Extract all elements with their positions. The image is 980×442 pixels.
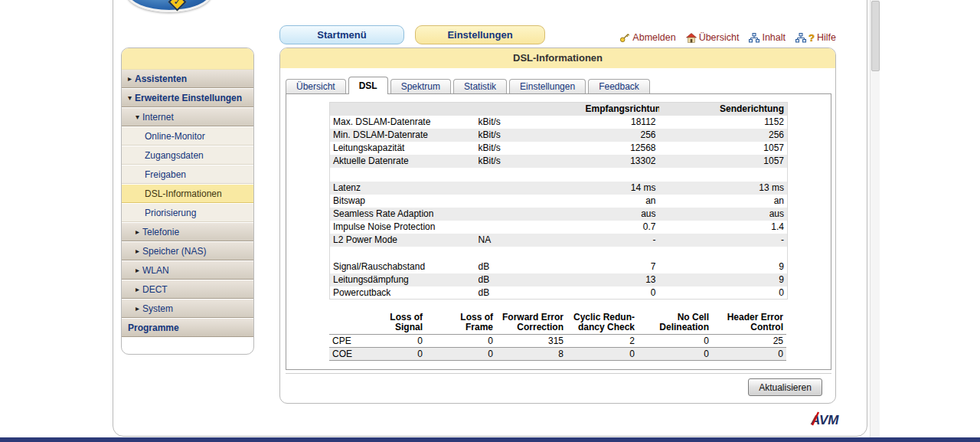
error-cell-value: 8: [496, 348, 567, 361]
dsl-row-downstream-value: an: [583, 195, 659, 208]
sidebar-item-label: Priorisierung: [145, 208, 196, 218]
dsl-row-upstream-value: 1.4: [659, 221, 788, 234]
sidebar-item-label: DSL-Informationen: [145, 188, 222, 199]
dsl-row-unit: kBit/s: [475, 129, 583, 142]
einstellungen-button[interactable]: Einstellungen: [415, 25, 545, 44]
dsl-row-unit: [475, 195, 583, 208]
error-counter-table: Loss of SignalLoss of FrameForward Error…: [329, 313, 786, 361]
chevron-right-icon: ▸: [136, 304, 139, 313]
error-column-header: No Cell Delineation: [638, 313, 712, 335]
tab-spektrum[interactable]: Spektrum: [390, 79, 451, 93]
dsl-table-row: LeitungsdämpfungdB139: [330, 273, 788, 286]
error-cell-value: 0: [712, 348, 786, 361]
error-table-row: CPE003152025: [329, 335, 786, 348]
error-column-header: Cyclic Redun- dancy Check: [567, 313, 638, 335]
dsl-table-row: PowercutbackdB00: [330, 286, 788, 300]
main-content: DSL-Informationen ÜbersichtDSLSpektrumSt…: [279, 47, 836, 404]
error-column-header: Header Error Control: [712, 313, 786, 335]
sidebar-item-priorisierung[interactable]: Priorisierung: [122, 204, 253, 222]
help-link[interactable]: ? Hilfe: [795, 32, 836, 44]
dsl-row-label: Max. DSLAM-Datenrate: [330, 116, 475, 129]
dsl-table-spacer: [330, 168, 788, 182]
sidebar-item-system[interactable]: ▸System: [122, 300, 253, 318]
dsl-row-upstream-value: 1057: [659, 155, 788, 168]
error-cell-value: 2: [567, 335, 638, 348]
chevron-down-icon: ▾: [128, 93, 132, 102]
dsl-row-label: Leitungskapazität: [330, 142, 475, 155]
sidebar-item-telefonie[interactable]: ▸Telefonie: [122, 223, 253, 241]
avm-logo: AVM: [810, 410, 842, 430]
logout-link[interactable]: Abmelden: [619, 32, 675, 43]
dsl-row-downstream-value: 14 ms: [583, 182, 659, 195]
sidebar-item-dsl-informationen[interactable]: DSL-Informationen: [122, 185, 253, 203]
dsl-table-header-row: EmpfangsrichtungSenderichtung: [330, 103, 788, 116]
dsl-table-spacer: [330, 247, 788, 260]
dsl-row-label: Leitungsdämpfung: [330, 273, 475, 286]
sidebar-item-label: System: [142, 303, 173, 314]
help-label: Hilfe: [817, 32, 836, 43]
dsl-row-label: L2 Power Mode: [330, 234, 475, 247]
scrollbar-track[interactable]: [870, 0, 880, 437]
error-table-row: COE008000: [329, 348, 786, 361]
tab-feedback[interactable]: Feedback: [588, 79, 650, 93]
sidebar-item-programme[interactable]: Programme: [122, 319, 253, 337]
dsl-row-unit: dB: [475, 260, 583, 273]
sidebar-item-label: Erweiterte Einstellungen: [135, 93, 242, 103]
sidebar-item-label: Internet: [142, 112, 174, 123]
sidebar-item-label: Freigaben: [145, 169, 186, 180]
dsl-row-unit: kBit/s: [475, 155, 583, 168]
window-bottom-edge: [0, 437, 980, 442]
dsl-table-row: Aktuelle DatenratekBit/s133021057: [330, 155, 788, 168]
sidebar-item-freigaben[interactable]: Freigaben: [122, 165, 253, 184]
index-tree-icon: [795, 33, 806, 43]
tab-dsl[interactable]: DSL: [348, 77, 388, 94]
error-table-header-row: Loss of SignalLoss of FrameForward Error…: [329, 313, 786, 335]
sidebar-item-assistenten[interactable]: ▸Assistenten: [122, 70, 253, 88]
dsl-row-label: Bitswap: [330, 195, 475, 208]
error-column-header: Forward Error Correction: [496, 313, 567, 335]
spacer-cell: [330, 247, 788, 260]
tab-statistik[interactable]: Statistik: [453, 79, 507, 93]
sidebar-item-label: Telefonie: [142, 227, 179, 237]
sidebar-item-label: Programme: [128, 322, 179, 333]
error-cell-value: 0: [426, 335, 496, 348]
dsl-row-downstream-value: 18112: [583, 116, 659, 129]
contents-link[interactable]: Inhalt: [749, 32, 786, 43]
refresh-button[interactable]: Aktualisieren: [748, 378, 822, 396]
sidebar-item-zugangsdaten[interactable]: Zugangsdaten: [122, 146, 253, 165]
dsl-row-downstream-value: aus: [583, 208, 659, 221]
sidebar-item-erweiterte-einstellungen[interactable]: ▾Erweiterte Einstellungen: [122, 89, 253, 107]
tab-einstellungen[interactable]: Einstellungen: [509, 79, 586, 93]
startmenu-button[interactable]: Startmenü: [279, 25, 404, 44]
dsl-row-label: Signal/Rauschabstand: [330, 260, 475, 273]
overview-label: Übersicht: [699, 32, 740, 43]
home-icon: [686, 33, 697, 43]
error-cell-value: 0: [567, 348, 638, 361]
sidebar-item-online-monitor[interactable]: Online-Monitor: [122, 127, 253, 146]
error-cell-value: 25: [712, 335, 786, 348]
dsl-row-upstream-value: 0: [659, 286, 788, 300]
sidebar-item-dect[interactable]: ▸DECT: [122, 280, 253, 299]
sitemap-icon: [749, 33, 760, 43]
overview-link[interactable]: Übersicht: [686, 32, 740, 43]
sidebar-item-wlan[interactable]: ▸WLAN: [122, 261, 253, 280]
dsl-table-row: Max. DSLAM-DatenratekBit/s181121152: [330, 116, 788, 129]
sidebar-item-label: DECT: [142, 284, 168, 295]
error-row-label: CPE: [329, 335, 360, 348]
dsl-table-row: Impulse Noise Protection0.71.4: [330, 221, 788, 234]
sidebar-item-label: Zugangsdaten: [145, 150, 204, 161]
sidebar-item-speicher-nas[interactable]: ▸Speicher (NAS): [122, 242, 253, 260]
sidebar-header: [122, 48, 253, 70]
contents-label: Inhalt: [762, 32, 786, 43]
dsl-row-unit: kBit/s: [475, 142, 583, 155]
dsl-column-header: Empfangsrichtung: [583, 103, 659, 116]
dsl-column-header: Senderichtung: [659, 103, 788, 116]
dsl-table-row: Bitswapanan: [330, 195, 788, 208]
scrollbar-thumb[interactable]: [871, 1, 880, 71]
top-links: Abmelden Übersicht Inhalt ? Hilfe: [597, 31, 836, 44]
error-cell-value: 0: [638, 335, 712, 348]
sidebar-item-label: Speicher (NAS): [142, 246, 206, 257]
dsl-row-upstream-value: 13 ms: [659, 182, 788, 195]
sidebar-item-internet[interactable]: ▾Internet: [122, 108, 253, 126]
tab-übersicht[interactable]: Übersicht: [286, 79, 346, 93]
